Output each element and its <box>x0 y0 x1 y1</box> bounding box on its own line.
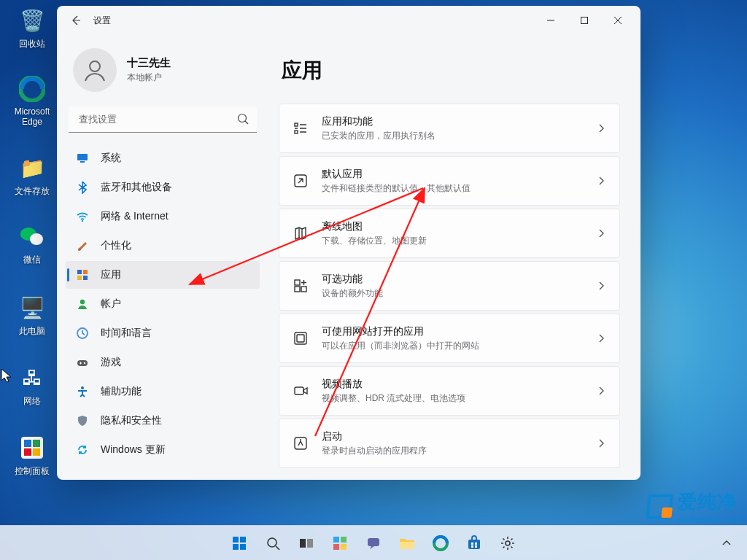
chevron-right-icon <box>596 333 606 343</box>
card-title: 视频播放 <box>322 378 583 391</box>
taskbar-chevron-up-icon[interactable] <box>712 529 741 558</box>
sidebar-item-label: 个性化 <box>101 239 131 252</box>
settings-window: 设置 十三先生 本地帐户 系统蓝牙和其他设备 <box>57 6 640 480</box>
sidebar-item-label: 系统 <box>101 152 121 165</box>
card-default-apps[interactable]: 默认应用文件和链接类型的默认值，其他默认值 <box>279 156 620 206</box>
svg-rect-46 <box>341 544 347 550</box>
card-subtitle: 设备的额外功能 <box>322 287 583 300</box>
close-button[interactable] <box>601 9 635 32</box>
back-button[interactable] <box>70 15 82 26</box>
svg-rect-52 <box>475 542 477 545</box>
svg-point-22 <box>81 386 84 389</box>
taskbar-explorer-icon[interactable] <box>392 529 422 558</box>
card-optional-features[interactable]: 可选功能设备的额外功能 <box>279 261 620 311</box>
sidebar-item-network[interactable]: 网络 & Internet <box>66 203 260 230</box>
access-icon <box>76 385 89 398</box>
svg-rect-31 <box>295 387 303 394</box>
taskbar-settings-icon[interactable] <box>493 529 522 558</box>
desktop-icon-wechat[interactable]: 微信 <box>4 222 60 266</box>
svg-rect-38 <box>233 544 239 550</box>
svg-rect-30 <box>297 335 304 342</box>
search-input[interactable] <box>69 106 257 133</box>
desktop-icon-recycle[interactable]: 🗑️ 回收站 <box>4 6 60 50</box>
sidebar-item-update[interactable]: Windows 更新 <box>66 436 260 464</box>
update-icon <box>76 443 89 456</box>
taskbar-search-icon[interactable] <box>258 529 287 558</box>
card-subtitle: 已安装的应用，应用执行别名 <box>322 130 583 142</box>
sidebar-item-apps[interactable]: 应用 <box>66 261 260 289</box>
svg-rect-28 <box>301 287 306 292</box>
maximize-button[interactable] <box>568 9 601 32</box>
taskbar-edge-icon[interactable] <box>426 529 455 558</box>
minimize-button[interactable] <box>534 9 568 32</box>
addgrid-icon <box>293 278 309 294</box>
card-video-playback[interactable]: 视频播放视频调整、HDR 流式处理、电池选项 <box>279 366 620 416</box>
svg-rect-47 <box>368 538 379 546</box>
sidebar-item-privacy[interactable]: 隐私和安全性 <box>66 407 260 435</box>
svg-rect-53 <box>471 545 473 548</box>
sidebar-item-gaming[interactable]: 游戏 <box>66 349 260 376</box>
svg-rect-17 <box>83 276 88 280</box>
titlebar[interactable]: 设置 <box>57 6 640 35</box>
card-apps-features[interactable]: 应用和功能已安装的应用，应用执行别名 <box>279 104 620 153</box>
sidebar-item-system[interactable]: 系统 <box>66 144 260 172</box>
svg-rect-26 <box>295 280 300 285</box>
chevron-right-icon <box>596 176 606 186</box>
svg-rect-51 <box>471 542 473 545</box>
sidebar-item-accounts[interactable]: 帐户 <box>66 290 260 318</box>
card-subtitle: 可以在应用（而非浏览器）中打开的网站 <box>322 340 583 352</box>
svg-rect-39 <box>240 544 246 550</box>
desktop-icon-thispc[interactable]: 🖥️ 此电脑 <box>4 293 60 338</box>
taskbar-start-icon[interactable] <box>225 529 254 558</box>
svg-rect-41 <box>300 539 306 548</box>
wechat-icon <box>18 222 47 251</box>
sidebar-nav: 系统蓝牙和其他设备网络 & Internet个性化应用帐户时间和语言游戏辅助功能… <box>66 144 260 464</box>
folder-icon: 📁 <box>18 153 47 182</box>
desktop-icon-controlpanel[interactable]: 控制面板 <box>4 433 60 478</box>
edge-icon <box>18 74 47 104</box>
card-subtitle: 视频调整、HDR 流式处理、电池选项 <box>322 392 583 405</box>
svg-rect-36 <box>233 537 239 542</box>
card-title: 可选功能 <box>322 273 583 286</box>
desktop-icon-folder[interactable]: 📁 文件存放 <box>4 153 60 198</box>
desktop-icon-edge[interactable]: Microsoft Edge <box>4 74 60 127</box>
taskbar-taskview-icon[interactable] <box>292 529 321 558</box>
watermark: 爱纯净 aichunjing.com <box>647 489 741 524</box>
sidebar-item-bluetooth[interactable]: 蓝牙和其他设备 <box>66 174 260 201</box>
thispc-icon: 🖥️ <box>18 293 47 322</box>
card-offline-maps[interactable]: 离线地图下载、存储位置、地图更新 <box>279 209 620 258</box>
taskbar-chat-icon[interactable] <box>359 529 388 558</box>
brush-icon <box>76 239 89 252</box>
search-icon <box>236 112 249 125</box>
sidebar-item-label: 游戏 <box>101 356 121 369</box>
search-box[interactable] <box>69 106 257 133</box>
sidebar-item-label: 辅助功能 <box>101 385 142 398</box>
svg-rect-44 <box>341 537 347 542</box>
shield-icon <box>76 414 89 427</box>
svg-point-9 <box>90 61 100 71</box>
svg-rect-27 <box>295 287 300 292</box>
main-content: 应用 应用和功能已安装的应用，应用执行别名 默认应用文件和链接类型的默认值，其他… <box>268 35 640 480</box>
card-startup[interactable]: 启动登录时自动启动的应用程序 <box>279 419 620 468</box>
svg-rect-12 <box>80 161 85 163</box>
card-apps-for-websites[interactable]: 可使用网站打开的应用可以在应用（而非浏览器）中打开的网站 <box>279 314 620 363</box>
chevron-right-icon <box>596 438 606 448</box>
taskbar-store-icon[interactable] <box>460 529 489 558</box>
chevron-right-icon <box>596 228 606 238</box>
taskbar-widgets-icon[interactable] <box>325 529 355 558</box>
clock-icon <box>76 327 89 340</box>
svg-rect-43 <box>333 537 339 542</box>
svg-rect-23 <box>295 123 298 126</box>
svg-point-40 <box>268 538 276 547</box>
sidebar-item-label: 时间和语言 <box>101 327 152 340</box>
sidebar-item-accessibility[interactable]: 辅助功能 <box>66 378 260 405</box>
card-subtitle: 登录时自动启动的应用程序 <box>322 445 583 457</box>
sidebar-item-personalize[interactable]: 个性化 <box>66 232 260 260</box>
desktop-icon-network[interactable]: 🖧 网络 <box>4 363 60 408</box>
sidebar-item-label: 应用 <box>101 268 121 281</box>
sidebar-item-time[interactable]: 时间和语言 <box>66 319 260 347</box>
wifi-icon <box>76 210 89 223</box>
svg-rect-8 <box>581 18 588 24</box>
svg-rect-50 <box>468 540 480 549</box>
account-block[interactable]: 十三先生 本地帐户 <box>66 42 260 106</box>
